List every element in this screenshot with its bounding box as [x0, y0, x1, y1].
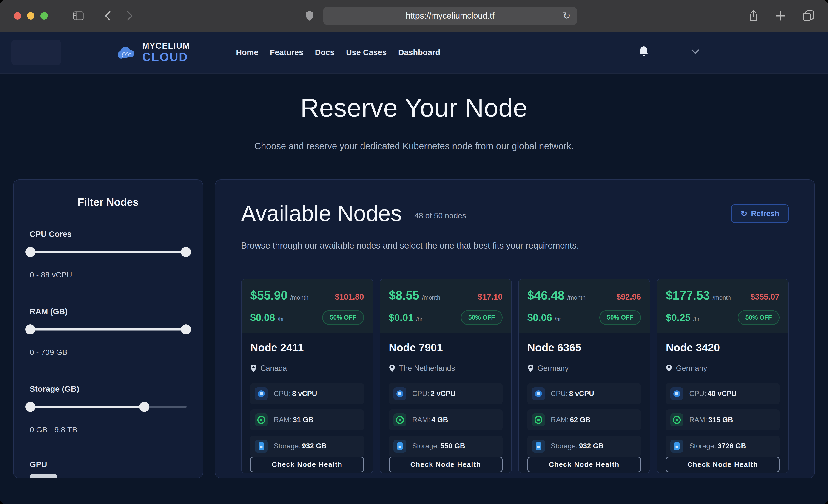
discount-badge: 50% OFF [738, 310, 780, 325]
slider-handle-min[interactable] [25, 247, 35, 257]
filter-title: Filter Nodes [30, 196, 187, 208]
hourly-price: $0.06/hr [527, 312, 561, 323]
gpu-checkbox[interactable] [30, 474, 57, 478]
nodes-subtitle: Browse through our available nodes and s… [241, 241, 789, 251]
url-text: https://myceliumcloud.tf [406, 11, 495, 21]
site-navbar: MYCELIUM CLOUD Home Features Docs Use Ca… [0, 32, 828, 74]
monthly-price: $8.55/month [389, 288, 440, 302]
check-node-health-button[interactable]: Check Node Health [389, 457, 503, 472]
back-button[interactable] [104, 11, 111, 21]
forward-button[interactable] [127, 11, 133, 21]
location-pin-icon [527, 364, 534, 372]
check-node-health-button[interactable]: Check Node Health [250, 457, 364, 472]
privacy-shield-icon[interactable] [305, 10, 314, 21]
nav-link-home[interactable]: Home [236, 48, 258, 57]
node-card[interactable]: $177.53/month $355.07 $0.25/hr 50% OFF N… [657, 279, 789, 473]
storage-icon [255, 440, 268, 453]
card-pricing-header: $177.53/month $355.07 $0.25/hr 50% OFF [657, 279, 788, 333]
location-pin-icon [389, 364, 395, 372]
storage-range-text: 0 GB - 9.8 TB [30, 425, 187, 434]
brand-logo[interactable]: MYCELIUM CLOUD [116, 42, 190, 63]
node-card[interactable]: $55.90/month $101.80 $0.08/hr 50% OFF No… [241, 279, 373, 473]
discount-badge: 50% OFF [461, 310, 503, 325]
notifications-bell-icon[interactable] [638, 46, 649, 59]
node-card[interactable]: $46.48/month $92.96 $0.06/hr 50% OFF Nod… [518, 279, 650, 473]
storage-icon [670, 440, 683, 453]
cpu-icon [255, 387, 268, 400]
node-name: Node 3420 [666, 341, 780, 354]
ram-label: RAM (GB) [30, 307, 187, 316]
hourly-price: $0.01/hr [389, 312, 422, 323]
card-pricing-header: $46.48/month $92.96 $0.06/hr 50% OFF [519, 279, 650, 333]
ram-range-text: 0 - 709 GB [30, 348, 187, 357]
tab-overview-icon[interactable] [803, 10, 814, 22]
brand-name-bottom: CLOUD [142, 51, 190, 63]
zoom-window-button[interactable] [40, 12, 48, 19]
cpu-spec-row: CPU:2 vCPU [389, 383, 503, 404]
card-pricing-header: $55.90/month $101.80 $0.08/hr 50% OFF [242, 279, 373, 333]
filter-panel: Filter Nodes CPU Cores 0 - 88 vCPU RAM (… [13, 179, 203, 478]
window-controls [14, 12, 48, 19]
hourly-price: $0.08/hr [250, 312, 284, 323]
location-pin-icon [250, 364, 257, 372]
brand-name-top: MYCELIUM [142, 42, 190, 50]
refresh-label: Refresh [751, 209, 779, 218]
sidebar-toggle-icon[interactable] [73, 11, 84, 20]
minimize-window-button[interactable] [27, 12, 35, 19]
hourly-price: $0.25/hr [666, 312, 699, 323]
ram-icon [394, 414, 406, 426]
storage-slider[interactable] [30, 402, 187, 412]
close-window-button[interactable] [14, 12, 21, 19]
storage-spec-row: Storage:550 GB [389, 435, 503, 457]
check-node-health-button[interactable]: Check Node Health [527, 457, 641, 472]
navbar-placeholder-box [11, 40, 61, 65]
nodes-title: Available Nodes [241, 202, 402, 225]
browser-toolbar: https://myceliumcloud.tf ↻ [0, 0, 828, 32]
slider-active-range [30, 329, 187, 331]
slider-handle-min[interactable] [25, 402, 35, 412]
refresh-button[interactable]: ↻ Refresh [731, 204, 789, 223]
check-node-health-button[interactable]: Check Node Health [666, 457, 780, 472]
cpu-cores-slider[interactable] [30, 247, 187, 257]
share-icon[interactable] [749, 10, 758, 22]
cpu-spec-row: CPU:40 vCPU [666, 383, 780, 404]
nav-link-docs[interactable]: Docs [315, 48, 335, 57]
monthly-price: $46.48/month [527, 288, 586, 302]
nav-link-features[interactable]: Features [270, 48, 303, 57]
node-location: Germany [676, 364, 707, 373]
slider-handle-max[interactable] [139, 402, 150, 412]
ram-icon [532, 414, 545, 426]
cpu-icon [532, 387, 545, 400]
monthly-price: $177.53/month [666, 288, 731, 302]
node-card[interactable]: $8.55/month $17.10 $0.01/hr 50% OFF Node… [380, 279, 512, 473]
ram-icon [670, 414, 683, 426]
node-name: Node 2411 [250, 341, 364, 354]
node-cards-grid: $55.90/month $101.80 $0.08/hr 50% OFF No… [241, 279, 789, 473]
slider-handle-max[interactable] [181, 324, 191, 334]
ram-slider[interactable] [30, 324, 187, 334]
ram-spec-row: RAM:31 GB [250, 409, 364, 430]
ram-spec-row: RAM:4 GB [389, 409, 503, 430]
gpu-label: GPU [30, 460, 187, 469]
cpu-icon [394, 387, 406, 400]
slider-active-range [30, 406, 144, 408]
old-price: $92.96 [616, 292, 641, 301]
nav-link-use-cases[interactable]: Use Cases [346, 48, 387, 57]
reload-icon[interactable]: ↻ [563, 11, 571, 21]
location-pin-icon [666, 364, 672, 372]
mycelium-cloud-logo-icon [116, 43, 137, 61]
nav-link-dashboard[interactable]: Dashboard [398, 48, 440, 57]
storage-spec-row: Storage:3726 GB [666, 435, 780, 457]
cpu-cores-range-text: 0 - 88 vCPU [30, 270, 187, 279]
nodes-count: 48 of 50 nodes [414, 211, 466, 225]
monthly-price: $55.90/month [250, 288, 308, 302]
node-location: The Netherlands [399, 364, 455, 373]
user-menu-chevron-down-icon[interactable] [692, 49, 699, 55]
new-tab-icon[interactable] [775, 11, 785, 21]
slider-handle-min[interactable] [25, 324, 35, 334]
slider-active-range [30, 251, 187, 253]
page-title: Reserve Your Node [0, 93, 828, 123]
hero-section: Reserve Your Node Choose and reserve you… [0, 74, 828, 152]
slider-handle-max[interactable] [181, 247, 191, 257]
url-bar[interactable]: https://myceliumcloud.tf ↻ [323, 7, 577, 25]
